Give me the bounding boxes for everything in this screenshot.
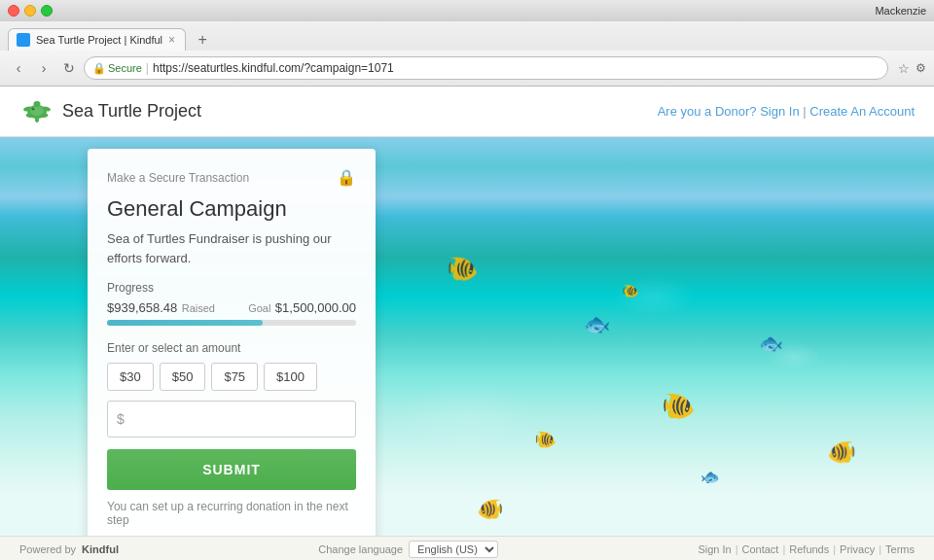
svg-point-2 <box>32 107 35 110</box>
fish-decoration: 🐟 <box>584 312 610 337</box>
footer-sep: | <box>879 543 881 555</box>
reload-button[interactable]: ↻ <box>58 57 80 79</box>
preset-amount-50[interactable]: $50 <box>160 363 206 391</box>
nav-separator: | <box>803 104 806 119</box>
footer-contact-link[interactable]: Contact <box>741 543 778 555</box>
raised-label: Raised <box>182 302 215 314</box>
fish-decoration: 🐠 <box>662 390 696 422</box>
tab-favicon <box>17 33 30 47</box>
forward-button[interactable]: › <box>33 57 54 79</box>
logo-icon <box>19 94 54 129</box>
amount-raised-group: $939,658.48 Raised <box>107 298 215 316</box>
amount-raised: $939,658.48 <box>107 300 177 315</box>
svg-point-7 <box>34 101 41 107</box>
tab-close-button[interactable]: × <box>168 33 175 47</box>
svg-point-1 <box>30 106 44 116</box>
recurring-note: You can set up a recurring donation in t… <box>107 500 356 527</box>
preset-amount-buttons: $30 $50 $75 $100 <box>107 363 356 391</box>
tab-title: Sea Turtle Project | Kindful <box>36 34 162 46</box>
fish-decoration: 🐟 <box>700 468 720 486</box>
address-box[interactable]: 🔒 Secure | https://seaturtles.kindful.co… <box>84 56 888 80</box>
goal-label: Goal <box>248 302 270 314</box>
powered-by-text: Powered by <box>19 543 76 555</box>
goal-amount: $1,500,000.00 <box>275 300 356 315</box>
footer-center: Change language English (US) <box>318 541 498 558</box>
address-url: https://seaturtles.kindful.com/?campaign… <box>153 61 394 75</box>
main-content: 🐠 🐟 🐠 🐟 🐠 🐠 🐟 🐠 🐠 Make a Secure Transact… <box>0 137 934 536</box>
footer-privacy-link[interactable]: Privacy <box>840 543 875 555</box>
goal-group: Goal $1,500,000.00 <box>248 298 356 316</box>
fish-decoration: 🐠 <box>535 429 557 450</box>
progress-bar-track <box>107 320 356 326</box>
logo-text: Sea Turtle Project <box>62 101 201 122</box>
secure-badge: 🔒 Secure <box>92 62 142 75</box>
fish-decoration: 🐠 <box>623 283 639 298</box>
browser-chrome: Sea Turtle Project | Kindful × + ‹ › ↻ 🔒… <box>0 21 934 87</box>
card-secure-header: Make a Secure Transaction 🔒 <box>107 168 356 187</box>
footer-sep: | <box>782 543 785 555</box>
progress-bar-fill <box>107 320 263 326</box>
footer-sign-in-link[interactable]: Sign In <box>698 543 731 555</box>
preset-amount-30[interactable]: $30 <box>107 363 154 391</box>
active-tab[interactable]: Sea Turtle Project | Kindful × <box>8 28 186 51</box>
sign-in-link[interactable]: Are you a Donor? Sign In <box>658 104 800 119</box>
os-username: Mackenzie <box>875 5 926 17</box>
footer-refunds-link[interactable]: Refunds <box>789 543 829 555</box>
footer-left: Powered by Kindful <box>19 543 119 555</box>
custom-amount-input[interactable] <box>107 401 356 438</box>
footer-sep: | <box>833 543 836 555</box>
progress-label: Progress <box>107 281 356 295</box>
fish-decoration: 🐟 <box>759 332 783 355</box>
submit-button[interactable]: SUBMIT <box>107 449 356 490</box>
footer-terms-link[interactable]: Terms <box>885 543 915 555</box>
progress-row: $939,658.48 Raised Goal $1,500,000.00 <box>107 298 356 316</box>
browser-action-icons: ☆ ⚙ <box>898 61 926 76</box>
fish-decoration: 🐠 <box>448 254 479 284</box>
kindful-logo: Kindful <box>82 543 119 555</box>
secure-transaction-label: Make a Secure Transaction <box>107 171 249 185</box>
amount-select-label: Enter or select an amount <box>107 341 356 355</box>
language-select[interactable]: English (US) <box>409 541 498 558</box>
svg-point-8 <box>35 117 39 122</box>
app-header: Sea Turtle Project Are you a Donor? Sign… <box>0 87 934 137</box>
donation-card: Make a Secure Transaction 🔒 General Camp… <box>88 149 376 536</box>
fish-decoration: 🐠 <box>827 438 856 466</box>
minimize-window-button[interactable] <box>24 5 36 17</box>
new-tab-button[interactable]: + <box>190 29 215 51</box>
window-controls[interactable] <box>8 5 53 17</box>
back-button[interactable]: ‹ <box>8 57 29 79</box>
logo-area: Sea Turtle Project <box>19 94 201 129</box>
footer-right: Sign In | Contact | Refunds | Privacy | … <box>698 543 915 555</box>
campaign-title: General Campaign <box>107 196 356 222</box>
address-bar-row: ‹ › ↻ 🔒 Secure | https://seaturtles.kind… <box>0 51 934 86</box>
campaign-description: Sea of Turtles Fundraiser is pushing our… <box>107 229 356 267</box>
header-nav: Are you a Donor? Sign In | Create An Acc… <box>658 104 915 119</box>
lock-icon: 🔒 <box>92 62 106 75</box>
tab-bar: Sea Turtle Project | Kindful × + <box>0 21 934 51</box>
fish-decoration: 🐠 <box>477 497 503 522</box>
maximize-window-button[interactable] <box>41 5 53 17</box>
preset-amount-100[interactable]: $100 <box>264 363 317 391</box>
close-window-button[interactable] <box>8 5 19 17</box>
star-icon[interactable]: ☆ <box>898 61 910 76</box>
footer-sep: | <box>736 543 738 555</box>
change-language-label: Change language <box>318 543 403 555</box>
card-lock-icon: 🔒 <box>337 168 356 187</box>
os-bar: Mackenzie <box>0 0 934 21</box>
footer: Powered by Kindful Change language Engli… <box>0 536 934 560</box>
dollar-sign: $ <box>117 411 125 427</box>
extensions-icon[interactable]: ⚙ <box>916 61 926 75</box>
create-account-link[interactable]: Create An Account <box>809 104 915 119</box>
amount-input-wrap: $ <box>107 401 356 438</box>
preset-amount-75[interactable]: $75 <box>211 363 258 391</box>
secure-text: Secure <box>108 62 142 74</box>
